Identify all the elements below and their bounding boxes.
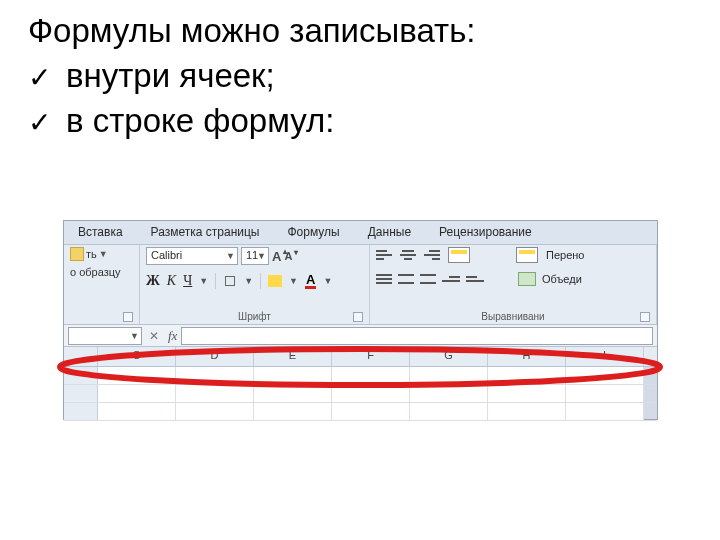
column-headers: C D E F G H I: [64, 347, 657, 367]
col-header[interactable]: F: [332, 347, 410, 366]
dialog-launcher-icon[interactable]: [640, 312, 650, 322]
cell[interactable]: [332, 385, 410, 402]
font-name-combo[interactable]: Calibri ▼: [146, 247, 238, 265]
cell[interactable]: [176, 403, 254, 420]
cell[interactable]: [98, 385, 176, 402]
sheet-grid: [64, 367, 657, 421]
italic-button[interactable]: К: [167, 273, 176, 289]
align-bottom-right-icon[interactable]: [424, 250, 440, 260]
chevron-down-icon[interactable]: ▼: [257, 251, 266, 261]
col-header[interactable]: D: [176, 347, 254, 366]
paste-button-suffix[interactable]: ть: [86, 248, 97, 260]
cell[interactable]: [98, 367, 176, 384]
cell[interactable]: [488, 385, 566, 402]
row-header[interactable]: [64, 403, 98, 420]
font-color-icon[interactable]: A: [305, 274, 316, 289]
col-header[interactable]: E: [254, 347, 332, 366]
cell[interactable]: [254, 385, 332, 402]
ribbon-body: ть ▼ о образцу Calibri ▼ 11 ▼: [64, 245, 657, 325]
excel-screenshot: Вставка Разметка страницы Формулы Данные…: [63, 220, 658, 420]
formula-input[interactable]: [181, 327, 653, 345]
merge-button[interactable]: Объеди: [542, 273, 582, 285]
cell[interactable]: [488, 403, 566, 420]
separator: [215, 273, 216, 289]
align-left-icon[interactable]: [376, 274, 392, 284]
chevron-down-icon[interactable]: ▼: [130, 331, 139, 341]
align-right-icon[interactable]: [420, 274, 436, 284]
bullet-1-text: внутри ячеек;: [66, 54, 275, 99]
tab-formuly[interactable]: Формулы: [273, 221, 353, 244]
font-name-value: Calibri: [151, 249, 182, 261]
dialog-launcher-icon[interactable]: [123, 312, 133, 322]
tab-vstavka[interactable]: Вставка: [64, 221, 137, 244]
cell[interactable]: [488, 367, 566, 384]
chevron-down-icon[interactable]: ▼: [99, 249, 108, 259]
cell[interactable]: [410, 403, 488, 420]
cell[interactable]: [254, 403, 332, 420]
merge-cells-icon[interactable]: [518, 272, 536, 286]
chevron-down-icon[interactable]: ▼: [244, 276, 253, 286]
grow-font-icon[interactable]: A▴: [272, 249, 281, 264]
chevron-down-icon[interactable]: ▼: [289, 276, 298, 286]
select-all-corner[interactable]: [64, 347, 98, 366]
align-top-left-icon[interactable]: [376, 250, 392, 260]
chevron-down-icon[interactable]: ▼: [323, 276, 332, 286]
separator: [260, 273, 261, 289]
align-middle-center-icon[interactable]: [400, 250, 416, 260]
slide-heading: Формулы можно записывать:: [28, 12, 692, 50]
cell[interactable]: [176, 385, 254, 402]
cell[interactable]: [332, 367, 410, 384]
col-header[interactable]: I: [566, 347, 644, 366]
tab-recenz[interactable]: Рецензирование: [425, 221, 546, 244]
clipboard-group-label: [70, 322, 133, 324]
cell[interactable]: [566, 367, 644, 384]
cell[interactable]: [410, 385, 488, 402]
table-row: [64, 403, 657, 421]
checkmark-icon: ✓: [28, 59, 66, 97]
dialog-launcher-icon[interactable]: [353, 312, 363, 322]
chevron-down-icon[interactable]: ▼: [199, 276, 208, 286]
wrap-text-icon[interactable]: [516, 247, 538, 263]
fx-icon[interactable]: fx: [164, 328, 181, 344]
table-row: [64, 385, 657, 403]
bold-button[interactable]: Ж: [146, 273, 160, 289]
alignment-group-label: Выравнивани: [376, 311, 650, 324]
tab-razmetka[interactable]: Разметка страницы: [137, 221, 274, 244]
align-center-icon[interactable]: [398, 274, 414, 284]
name-box[interactable]: ▼: [68, 327, 142, 345]
cell[interactable]: [254, 367, 332, 384]
underline-button[interactable]: Ч: [183, 273, 192, 289]
chevron-down-icon[interactable]: ▼: [226, 251, 235, 261]
cell[interactable]: [410, 367, 488, 384]
formula-bar: ▼ ✕ fx: [64, 325, 657, 347]
orientation-icon[interactable]: [448, 247, 470, 263]
fill-color-icon[interactable]: [268, 275, 282, 287]
checkmark-icon: ✓: [28, 104, 66, 142]
bullet-2-text: в строке формул:: [66, 99, 334, 144]
col-header[interactable]: H: [488, 347, 566, 366]
row-header[interactable]: [64, 367, 98, 384]
cell[interactable]: [332, 403, 410, 420]
cell[interactable]: [566, 403, 644, 420]
shrink-font-icon[interactable]: A▾: [284, 250, 292, 262]
table-row: [64, 367, 657, 385]
col-header[interactable]: G: [410, 347, 488, 366]
format-painter-button[interactable]: о образцу: [70, 266, 133, 278]
decrease-indent-icon[interactable]: [442, 276, 460, 282]
cancel-formula-icon[interactable]: ✕: [144, 329, 164, 343]
increase-indent-icon[interactable]: [466, 276, 484, 282]
paste-icon[interactable]: [70, 247, 84, 261]
borders-icon[interactable]: [223, 274, 237, 288]
row-header[interactable]: [64, 385, 98, 402]
tab-dannye[interactable]: Данные: [354, 221, 425, 244]
font-size-combo[interactable]: 11 ▼: [241, 247, 269, 265]
ribbon-tabs: Вставка Разметка страницы Формулы Данные…: [64, 221, 657, 245]
cell[interactable]: [98, 403, 176, 420]
bullet-1: ✓ внутри ячеек;: [28, 54, 692, 99]
cell[interactable]: [176, 367, 254, 384]
wrap-text-button[interactable]: Перено: [546, 249, 584, 261]
cell[interactable]: [566, 385, 644, 402]
col-header[interactable]: C: [98, 347, 176, 366]
font-group-label: Шрифт: [146, 311, 363, 324]
bullet-2: ✓ в строке формул:: [28, 99, 692, 144]
